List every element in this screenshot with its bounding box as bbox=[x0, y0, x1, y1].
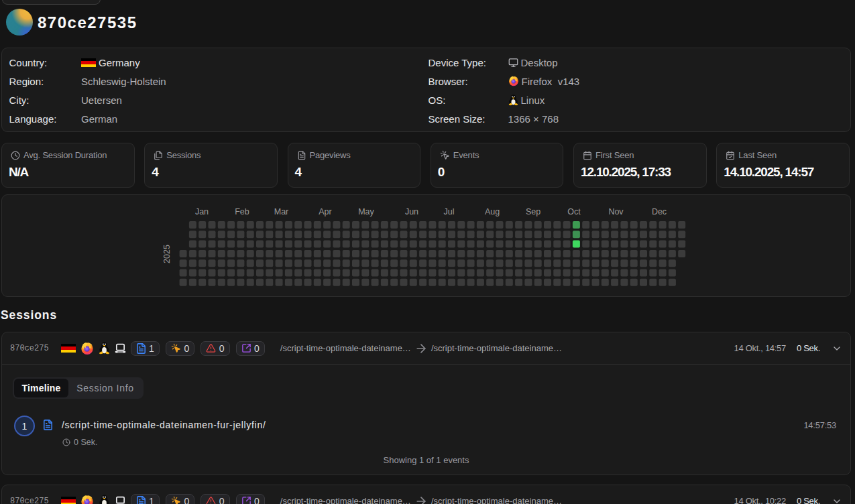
svg-text:Dec: Dec bbox=[652, 207, 667, 216]
svg-text:Feb: Feb bbox=[235, 207, 249, 216]
svg-text:Sep: Sep bbox=[526, 207, 540, 216]
svg-text:Jul: Jul bbox=[444, 207, 455, 216]
svg-text:Aug: Aug bbox=[485, 207, 500, 216]
svg-text:2025: 2025 bbox=[162, 245, 172, 263]
svg-text:Jun: Jun bbox=[405, 207, 418, 216]
svg-text:Oct: Oct bbox=[567, 207, 581, 216]
svg-text:Jan: Jan bbox=[195, 207, 209, 216]
svg-text:Apr: Apr bbox=[319, 207, 331, 216]
svg-text:Mar: Mar bbox=[274, 207, 289, 216]
svg-text:Nov: Nov bbox=[608, 207, 624, 216]
svg-text:May: May bbox=[358, 207, 374, 216]
